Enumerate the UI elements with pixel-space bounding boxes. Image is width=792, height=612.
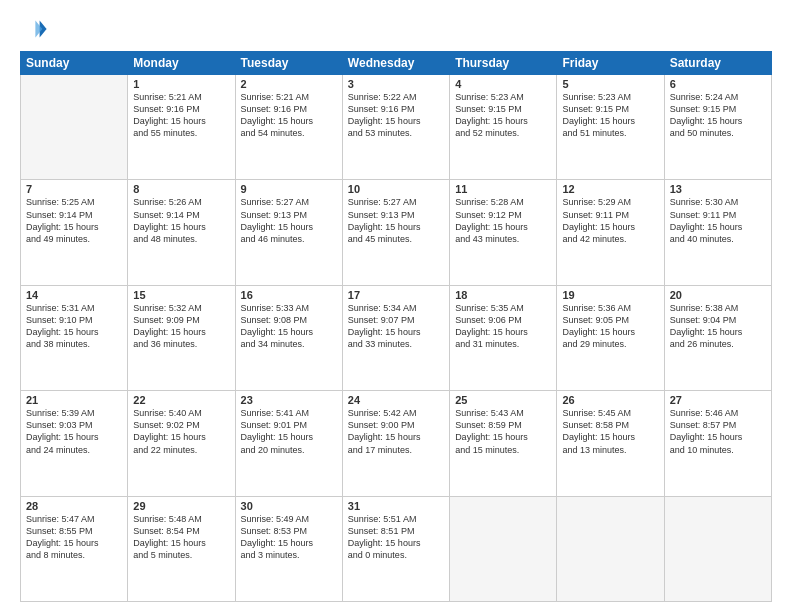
day-info: Sunrise: 5:21 AM Sunset: 9:16 PM Dayligh… [133,91,229,140]
day-number: 29 [133,500,229,512]
day-info: Sunrise: 5:25 AM Sunset: 9:14 PM Dayligh… [26,196,122,245]
calendar-cell: 20Sunrise: 5:38 AM Sunset: 9:04 PM Dayli… [664,285,771,390]
calendar-cell: 3Sunrise: 5:22 AM Sunset: 9:16 PM Daylig… [342,75,449,180]
logo-icon [20,15,48,43]
calendar-cell [557,496,664,601]
logo [20,15,52,43]
calendar-cell: 4Sunrise: 5:23 AM Sunset: 9:15 PM Daylig… [450,75,557,180]
day-number: 17 [348,289,444,301]
header [20,15,772,43]
calendar-cell: 18Sunrise: 5:35 AM Sunset: 9:06 PM Dayli… [450,285,557,390]
calendar-cell: 22Sunrise: 5:40 AM Sunset: 9:02 PM Dayli… [128,391,235,496]
day-info: Sunrise: 5:21 AM Sunset: 9:16 PM Dayligh… [241,91,337,140]
day-info: Sunrise: 5:42 AM Sunset: 9:00 PM Dayligh… [348,407,444,456]
day-number: 11 [455,183,551,195]
day-number: 22 [133,394,229,406]
day-number: 31 [348,500,444,512]
day-number: 5 [562,78,658,90]
day-info: Sunrise: 5:35 AM Sunset: 9:06 PM Dayligh… [455,302,551,351]
day-number: 15 [133,289,229,301]
calendar-cell: 27Sunrise: 5:46 AM Sunset: 8:57 PM Dayli… [664,391,771,496]
calendar-cell: 28Sunrise: 5:47 AM Sunset: 8:55 PM Dayli… [21,496,128,601]
day-info: Sunrise: 5:51 AM Sunset: 8:51 PM Dayligh… [348,513,444,562]
calendar-cell: 19Sunrise: 5:36 AM Sunset: 9:05 PM Dayli… [557,285,664,390]
col-header-tuesday: Tuesday [235,52,342,75]
calendar-cell: 30Sunrise: 5:49 AM Sunset: 8:53 PM Dayli… [235,496,342,601]
calendar-cell: 2Sunrise: 5:21 AM Sunset: 9:16 PM Daylig… [235,75,342,180]
calendar-cell: 10Sunrise: 5:27 AM Sunset: 9:13 PM Dayli… [342,180,449,285]
calendar-table: SundayMondayTuesdayWednesdayThursdayFrid… [20,51,772,602]
calendar-cell: 21Sunrise: 5:39 AM Sunset: 9:03 PM Dayli… [21,391,128,496]
day-number: 23 [241,394,337,406]
day-number: 1 [133,78,229,90]
day-info: Sunrise: 5:45 AM Sunset: 8:58 PM Dayligh… [562,407,658,456]
calendar-cell [450,496,557,601]
day-info: Sunrise: 5:27 AM Sunset: 9:13 PM Dayligh… [241,196,337,245]
calendar-cell: 7Sunrise: 5:25 AM Sunset: 9:14 PM Daylig… [21,180,128,285]
day-info: Sunrise: 5:29 AM Sunset: 9:11 PM Dayligh… [562,196,658,245]
calendar-cell: 31Sunrise: 5:51 AM Sunset: 8:51 PM Dayli… [342,496,449,601]
day-info: Sunrise: 5:36 AM Sunset: 9:05 PM Dayligh… [562,302,658,351]
day-info: Sunrise: 5:46 AM Sunset: 8:57 PM Dayligh… [670,407,766,456]
day-number: 21 [26,394,122,406]
calendar-cell: 15Sunrise: 5:32 AM Sunset: 9:09 PM Dayli… [128,285,235,390]
day-info: Sunrise: 5:41 AM Sunset: 9:01 PM Dayligh… [241,407,337,456]
day-number: 6 [670,78,766,90]
day-number: 25 [455,394,551,406]
day-number: 13 [670,183,766,195]
day-info: Sunrise: 5:23 AM Sunset: 9:15 PM Dayligh… [562,91,658,140]
col-header-saturday: Saturday [664,52,771,75]
day-number: 2 [241,78,337,90]
calendar-cell: 8Sunrise: 5:26 AM Sunset: 9:14 PM Daylig… [128,180,235,285]
calendar-body: 1Sunrise: 5:21 AM Sunset: 9:16 PM Daylig… [21,75,772,602]
col-header-friday: Friday [557,52,664,75]
calendar-cell: 1Sunrise: 5:21 AM Sunset: 9:16 PM Daylig… [128,75,235,180]
day-info: Sunrise: 5:30 AM Sunset: 9:11 PM Dayligh… [670,196,766,245]
calendar-cell: 16Sunrise: 5:33 AM Sunset: 9:08 PM Dayli… [235,285,342,390]
col-header-monday: Monday [128,52,235,75]
day-info: Sunrise: 5:39 AM Sunset: 9:03 PM Dayligh… [26,407,122,456]
day-info: Sunrise: 5:24 AM Sunset: 9:15 PM Dayligh… [670,91,766,140]
day-number: 16 [241,289,337,301]
calendar-cell: 17Sunrise: 5:34 AM Sunset: 9:07 PM Dayli… [342,285,449,390]
calendar-cell: 9Sunrise: 5:27 AM Sunset: 9:13 PM Daylig… [235,180,342,285]
day-number: 14 [26,289,122,301]
col-header-sunday: Sunday [21,52,128,75]
calendar-cell [664,496,771,601]
calendar-cell: 11Sunrise: 5:28 AM Sunset: 9:12 PM Dayli… [450,180,557,285]
day-info: Sunrise: 5:47 AM Sunset: 8:55 PM Dayligh… [26,513,122,562]
day-number: 24 [348,394,444,406]
calendar-cell: 6Sunrise: 5:24 AM Sunset: 9:15 PM Daylig… [664,75,771,180]
calendar-cell: 13Sunrise: 5:30 AM Sunset: 9:11 PM Dayli… [664,180,771,285]
calendar-cell: 23Sunrise: 5:41 AM Sunset: 9:01 PM Dayli… [235,391,342,496]
day-number: 19 [562,289,658,301]
calendar-cell: 14Sunrise: 5:31 AM Sunset: 9:10 PM Dayli… [21,285,128,390]
day-number: 7 [26,183,122,195]
day-info: Sunrise: 5:49 AM Sunset: 8:53 PM Dayligh… [241,513,337,562]
column-headers: SundayMondayTuesdayWednesdayThursdayFrid… [21,52,772,75]
day-info: Sunrise: 5:33 AM Sunset: 9:08 PM Dayligh… [241,302,337,351]
calendar-cell [21,75,128,180]
day-info: Sunrise: 5:28 AM Sunset: 9:12 PM Dayligh… [455,196,551,245]
day-info: Sunrise: 5:31 AM Sunset: 9:10 PM Dayligh… [26,302,122,351]
day-info: Sunrise: 5:32 AM Sunset: 9:09 PM Dayligh… [133,302,229,351]
day-number: 3 [348,78,444,90]
calendar-cell: 5Sunrise: 5:23 AM Sunset: 9:15 PM Daylig… [557,75,664,180]
day-info: Sunrise: 5:26 AM Sunset: 9:14 PM Dayligh… [133,196,229,245]
calendar-cell: 25Sunrise: 5:43 AM Sunset: 8:59 PM Dayli… [450,391,557,496]
day-info: Sunrise: 5:27 AM Sunset: 9:13 PM Dayligh… [348,196,444,245]
day-number: 12 [562,183,658,195]
day-number: 28 [26,500,122,512]
day-number: 26 [562,394,658,406]
day-number: 18 [455,289,551,301]
day-number: 8 [133,183,229,195]
day-info: Sunrise: 5:22 AM Sunset: 9:16 PM Dayligh… [348,91,444,140]
day-number: 20 [670,289,766,301]
col-header-wednesday: Wednesday [342,52,449,75]
day-info: Sunrise: 5:38 AM Sunset: 9:04 PM Dayligh… [670,302,766,351]
col-header-thursday: Thursday [450,52,557,75]
day-number: 27 [670,394,766,406]
day-info: Sunrise: 5:43 AM Sunset: 8:59 PM Dayligh… [455,407,551,456]
day-number: 30 [241,500,337,512]
calendar-cell: 29Sunrise: 5:48 AM Sunset: 8:54 PM Dayli… [128,496,235,601]
